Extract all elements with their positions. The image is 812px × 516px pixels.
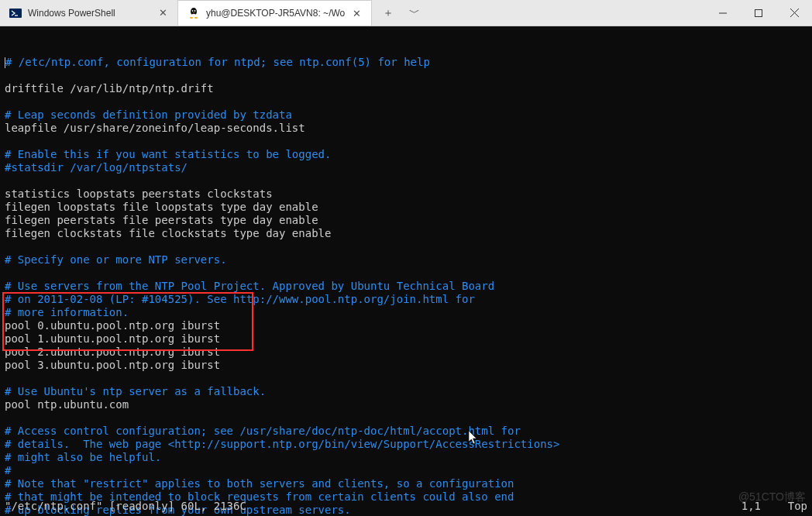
terminal-line: [5, 240, 807, 253]
tab-linux-terminal[interactable]: yhu@DESKTOP-JR5AVN8: ~/Wo ✕: [178, 0, 372, 26]
terminal-line: # Access control configuration; see /usr…: [5, 425, 807, 438]
terminal-line: [5, 372, 807, 385]
terminal-line: pool 1.ubuntu.pool.ntp.org iburst: [5, 332, 807, 346]
terminal-line: driftfile /var/lib/ntp/ntp.drift: [5, 82, 807, 95]
tab-title: Windows PowerShell: [28, 8, 151, 19]
close-icon[interactable]: ✕: [157, 8, 168, 19]
terminal-line: # on 2011-02-08 (LP: #104525). See http:…: [5, 293, 807, 306]
terminal-viewport[interactable]: # /etc/ntp.conf, configuration for ntpd;…: [0, 26, 812, 516]
svg-rect-9: [755, 9, 762, 16]
svg-point-5: [194, 10, 196, 12]
terminal-line: #: [5, 464, 807, 477]
terminal-line: pool ntp.ubuntu.com: [5, 398, 807, 411]
svg-point-4: [192, 10, 194, 12]
vim-statusline: "/etc/ntp.conf" [readonly] 60L, 2136C 1,…: [5, 500, 807, 513]
terminal-line: filegen peerstats file peerstats type da…: [5, 214, 807, 227]
terminal-line: # Note that "restrict" applies to both s…: [5, 477, 807, 490]
terminal-content: # /etc/ntp.conf, configuration for ntpd;…: [5, 56, 807, 516]
terminal-line: # details. The web page <http://support.…: [5, 438, 807, 451]
maximize-button[interactable]: [741, 0, 776, 26]
svg-point-6: [190, 17, 193, 19]
terminal-line: [5, 135, 807, 148]
new-tab-button[interactable]: ＋: [377, 2, 400, 25]
terminal-line: # Specify one or more NTP servers.: [5, 253, 807, 267]
terminal-line: # Enable this if you want statistics to …: [5, 148, 807, 161]
tab-actions: ＋ ﹀: [372, 0, 431, 26]
terminal-line: # /etc/ntp.conf, configuration for ntpd;…: [5, 56, 807, 69]
svg-point-7: [194, 17, 198, 19]
terminal-line: # Use servers from the NTP Pool Project.…: [5, 280, 807, 293]
terminal-line: [5, 95, 807, 108]
terminal-line: [5, 174, 807, 187]
terminal-line: # Leap seconds definition provided by tz…: [5, 108, 807, 122]
status-file: "/etc/ntp.conf" [readonly] 60L, 2136C: [5, 500, 699, 513]
minimize-button[interactable]: [705, 0, 741, 26]
terminal-line: # might also be helpful.: [5, 451, 807, 464]
tab-powershell[interactable]: Windows PowerShell ✕: [0, 0, 178, 26]
status-position: 1,1: [699, 500, 776, 513]
tux-icon: [188, 7, 200, 19]
terminal-line: statistics loopstats peerstats clockstat…: [5, 187, 807, 201]
terminal-line: pool 2.ubuntu.pool.ntp.org iburst: [5, 346, 807, 359]
status-view: Top: [776, 500, 807, 513]
terminal-line: filegen loopstats file loopstats type da…: [5, 201, 807, 214]
tab-dropdown-button[interactable]: ﹀: [403, 2, 426, 25]
terminal-line: [5, 411, 807, 425]
close-icon[interactable]: ✕: [351, 8, 362, 19]
titlebar: Windows PowerShell ✕ yhu@DESKTOP-JR5AVN8…: [0, 0, 812, 26]
powershell-icon: [9, 7, 22, 19]
terminal-line: [5, 267, 807, 280]
tab-title: yhu@DESKTOP-JR5AVN8: ~/Wo: [206, 8, 345, 19]
tab-strip: Windows PowerShell ✕ yhu@DESKTOP-JR5AVN8…: [0, 0, 705, 26]
terminal-line: pool 0.ubuntu.pool.ntp.org iburst: [5, 319, 807, 332]
window-controls: [705, 0, 812, 26]
terminal-line: #statsdir /var/log/ntpstats/: [5, 161, 807, 174]
terminal-line: # more information.: [5, 306, 807, 319]
terminal-line: filegen clockstats file clockstats type …: [5, 227, 807, 240]
terminal-line: [5, 69, 807, 82]
close-button[interactable]: [776, 0, 812, 26]
terminal-line: # Use Ubuntu's ntp server as a fallback.: [5, 385, 807, 398]
terminal-line: leapfile /usr/share/zoneinfo/leap-second…: [5, 122, 807, 135]
terminal-line: pool 3.ubuntu.pool.ntp.org iburst: [5, 359, 807, 372]
